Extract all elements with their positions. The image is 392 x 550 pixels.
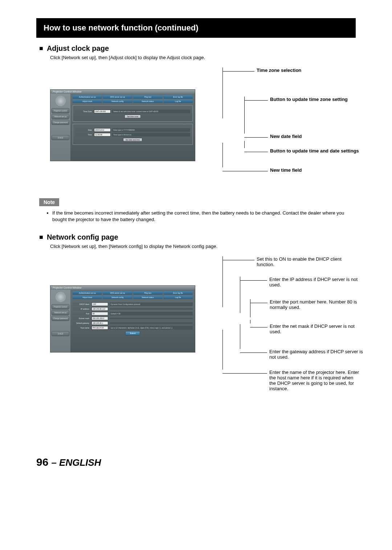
date-hint: Date type is YYYY/MM/DD xyxy=(112,128,190,132)
sidebar-change-password[interactable]: Change password xyxy=(52,316,69,321)
tab-error-log[interactable]: Error log file xyxy=(163,95,193,99)
annot-timezone-selection: Time zone selection xyxy=(222,68,301,73)
host-hint: Up to 12 characters: alphabet (A-Z), dig… xyxy=(110,326,193,330)
annot-label: Enter the gateway address if DHCP server… xyxy=(269,349,364,360)
host-field[interactable]: PROJECTOR xyxy=(91,326,108,330)
gw-hint xyxy=(110,322,193,324)
annot-label: Enter the net mask if DHCP server is not… xyxy=(270,323,364,334)
tab-auth-setup[interactable]: Authentication set up xyxy=(73,95,102,99)
sidebar-change-password[interactable]: Change password xyxy=(52,120,69,125)
window-title: Projector Control Window xyxy=(50,286,195,290)
projector-logo-icon xyxy=(56,292,66,302)
annot-mask: Enter the net mask if DHCP server is not… xyxy=(250,323,364,334)
annot-label: Button to update time and date settings xyxy=(270,148,364,154)
annot-label: New date field xyxy=(270,134,302,139)
page-number: 96 xyxy=(36,456,48,468)
tab-row-2: Adjust clock Network config Network stat… xyxy=(73,99,193,103)
sidebar-network-setup[interactable]: Network set up xyxy=(52,114,69,119)
figure-adjust-clock: Time zone selection Button to update tim… xyxy=(50,68,356,180)
annot-dhcp: Set this to ON to enable the DHCP client… xyxy=(222,256,355,267)
tab-network-status[interactable]: Network status xyxy=(133,99,163,103)
port-field[interactable]: 80 xyxy=(91,312,108,315)
note-item: If the time becomes incorrect immediatel… xyxy=(52,210,356,223)
annot-label: Enter the IP address if DHCP server is n… xyxy=(269,277,364,288)
port-label: Port xyxy=(73,312,90,315)
annot-label: Enter the port number here. Number 80 is… xyxy=(270,299,362,310)
annot-port: Enter the port number here. Number 80 is… xyxy=(250,299,362,310)
tz-select[interactable]: GMT+09:000 xyxy=(94,110,111,113)
tab-dns-setup[interactable]: DNS server set up xyxy=(103,291,132,295)
tab-ping-test[interactable]: Ping test xyxy=(133,291,163,295)
annot-label: Enter the name of the projector here. En… xyxy=(269,370,360,391)
heading-text: Adjust clock page xyxy=(47,44,109,53)
annot-ip: Enter the IP address if DHCP server is n… xyxy=(240,277,364,288)
note-list: If the time becomes incorrect immediatel… xyxy=(46,210,356,223)
projector-window-net: Projector Control Window Projector contr… xyxy=(50,285,195,353)
tz-label: Time Zone xyxy=(75,110,93,113)
projector-window-clock: Projector Control Window Projector contr… xyxy=(50,89,195,161)
time-label: Time xyxy=(75,133,93,137)
set-timezone-button[interactable]: Set time zone xyxy=(124,115,141,118)
tab-dns-setup[interactable]: DNS server set up xyxy=(103,95,132,99)
heading-adjust-clock: Adjust clock page xyxy=(39,44,356,53)
ip-hint xyxy=(110,308,193,310)
sidebar-network-setup[interactable]: Network set up xyxy=(52,310,69,315)
mask-hint xyxy=(110,318,193,319)
tab-adjust-clock[interactable]: Adjust clock xyxy=(73,99,102,103)
annot-hostname: Enter the name of the projector here. En… xyxy=(222,370,360,391)
desc-network-config: Click [Network set up], then [Network co… xyxy=(50,244,356,249)
sidebar-projector-control[interactable]: Projector control xyxy=(52,304,69,309)
annot-gw: Enter the gateway address if DHCP server… xyxy=(240,349,364,360)
time-hint: Time type is hh:mm:ss xyxy=(112,133,190,137)
tab-row-2: Adjust clock Network config Network stat… xyxy=(73,296,193,299)
annot-update-tz-button: Button to update time zone setting xyxy=(244,97,348,102)
tz-hint: Select & set toric time zone. current zo… xyxy=(112,110,190,113)
set-datetime-button[interactable]: Set date and time xyxy=(123,138,142,142)
window-title: Projector Control Window xyxy=(50,90,195,94)
sidebar-japanese[interactable]: 日本語 xyxy=(52,135,69,140)
tab-log-file[interactable]: Log file xyxy=(163,296,193,299)
annot-new-time: New time field xyxy=(222,167,302,173)
tab-adjust-clock[interactable]: Adjust clock xyxy=(73,296,102,299)
date-label: Date xyxy=(75,128,93,132)
tab-row-1: Authentication set up DNS server set up … xyxy=(73,95,193,99)
tab-network-status[interactable]: Network status xyxy=(133,296,163,299)
date-field[interactable]: 2004/12/12 xyxy=(94,128,111,132)
annot-label: Button to update time zone setting xyxy=(270,97,348,102)
page-title-bar: How to use network function (continued) xyxy=(36,18,356,38)
annot-label: Time zone selection xyxy=(257,68,301,73)
dhcp-label: DHCP client xyxy=(73,302,90,306)
sidebar: Projector control Network set up Change … xyxy=(50,290,70,352)
tab-auth-setup[interactable]: Authentication set up xyxy=(73,291,102,295)
annot-new-date: New date field xyxy=(244,134,302,139)
annot-label: Set this to ON to enable the DHCP client… xyxy=(257,256,355,267)
dhcp-select[interactable]: OFF xyxy=(91,302,108,306)
mask-label: Subnet mask xyxy=(73,317,90,320)
page-language: – ENGLISH xyxy=(51,457,101,468)
port-hint: Default = 80 xyxy=(110,312,193,315)
sidebar-projector-control[interactable]: Projector control xyxy=(52,108,69,113)
heading-network-config: Network config page xyxy=(39,233,356,241)
tab-row-1: Authentication set up DNS server set up … xyxy=(73,291,193,295)
tab-log-file[interactable]: Log file xyxy=(163,99,193,103)
ip-field[interactable]: 198.245.80.113 xyxy=(91,307,108,311)
dhcp-hint: Dynamic Host Configuration protocol xyxy=(110,302,193,306)
time-field[interactable]: 11:06:58 xyxy=(94,133,111,137)
desc-adjust-clock: Click [Network set up], then [Adjust clo… xyxy=(50,55,356,60)
ip-label: IP address xyxy=(73,307,90,311)
heading-text: Network config page xyxy=(47,233,118,241)
gw-field[interactable]: 198.245.80.1 xyxy=(91,321,108,325)
tab-network-config[interactable]: Network config xyxy=(103,296,132,299)
submit-button[interactable]: Submit xyxy=(125,331,140,335)
tab-error-log[interactable]: Error log file xyxy=(163,291,193,295)
note-badge: Note xyxy=(39,198,59,206)
gw-label: Default gateway xyxy=(73,321,90,325)
annot-update-dt-button: Button to update time and date settings xyxy=(244,148,364,154)
tab-ping-test[interactable]: Ping test xyxy=(133,95,163,99)
figure-network-config: Set this to ON to enable the DHCP client… xyxy=(50,256,356,394)
sidebar-japanese[interactable]: 日本語 xyxy=(52,331,69,336)
mask-field[interactable]: 255.255.255.0 xyxy=(91,317,108,320)
timezone-box: Time Zone GMT+09:000 Select & set toric … xyxy=(73,105,193,122)
datetime-box: Date 2004/12/12 Date type is YYYY/MM/DD … xyxy=(73,124,193,145)
tab-network-config[interactable]: Network config xyxy=(103,99,132,103)
